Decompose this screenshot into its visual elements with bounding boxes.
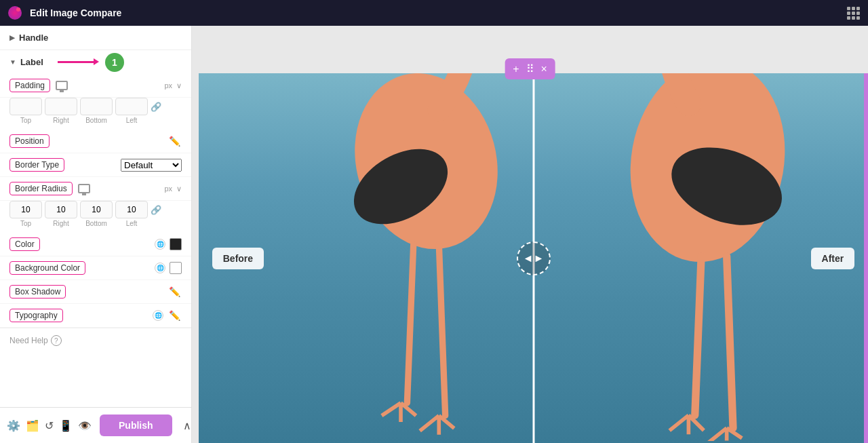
handle-section[interactable]: ▶ Handle [0, 26, 191, 50]
bottom-label: Bottom [80, 117, 113, 124]
padding-input-row: 🔗 [9, 98, 182, 115]
br-input-row: 🔗 [9, 201, 182, 218]
preview-icon[interactable]: 👁️ [78, 415, 92, 436]
publish-button[interactable]: Publish [100, 415, 172, 436]
color-swatch[interactable] [170, 238, 182, 250]
responsive-icon[interactable] [56, 81, 68, 90]
floating-toolbar: + ⠿ × [505, 58, 555, 79]
svg-line-10 [694, 256, 701, 415]
need-help-text: Need Help [9, 336, 48, 345]
padding-left-input[interactable] [115, 98, 148, 115]
sidebar-content: ▶ Handle ▼ Label 1 Padding [0, 26, 191, 407]
br-unit-chevron[interactable]: ∨ [176, 185, 182, 193]
padding-right-input[interactable] [45, 98, 77, 115]
compare-handle[interactable]: ◄► [517, 242, 551, 275]
padding-labels: Top Right Bottom Left [9, 117, 182, 124]
bg-color-controls: 🌐 [155, 262, 182, 274]
typography-row: Typography 🌐 ✏️ [0, 304, 191, 328]
label-header[interactable]: ▼ Label 1 [0, 50, 191, 74]
image-compare[interactable]: ◄► Before After [199, 73, 868, 443]
typography-label[interactable]: Typography [9, 309, 63, 322]
history-icon[interactable]: ↺ [45, 415, 54, 436]
arrow-line [58, 61, 95, 63]
flamingo-left [299, 73, 553, 443]
color-controls: 🌐 [155, 238, 182, 250]
right-label: Right [45, 117, 77, 124]
main-layout: ▶ Handle ▼ Label 1 Padding [0, 26, 868, 443]
box-shadow-edit: ✏️ [167, 285, 182, 298]
border-radius-row: Border Radius px ∨ [0, 177, 191, 201]
box-shadow-row: Box Shadow ✏️ [0, 280, 191, 304]
border-radius-label[interactable]: Border Radius [9, 182, 73, 195]
position-label[interactable]: Position [9, 134, 50, 148]
box-shadow-label[interactable]: Box Shadow [9, 285, 66, 298]
br-link-icon[interactable]: 🔗 [151, 205, 161, 215]
svg-line-11 [726, 256, 732, 428]
padding-top-input[interactable] [9, 98, 42, 115]
typography-global-icon[interactable]: 🌐 [153, 310, 163, 321]
padding-row: Padding px ∨ [0, 74, 191, 98]
padding-bottom-input[interactable] [80, 98, 113, 115]
grid-menu-icon[interactable] [847, 7, 860, 20]
border-type-select-wrapper: Default Solid Dashed Dotted Double None [121, 159, 182, 172]
step-badge: 1 [105, 53, 124, 72]
padding-unit: px [164, 81, 172, 90]
color-global-icon[interactable]: 🌐 [155, 239, 165, 250]
handle-label: Handle [19, 33, 48, 43]
page-title: Edit Image Compare [30, 7, 839, 18]
sidebar: ▶ Handle ▼ Label 1 Padding [0, 26, 192, 443]
ft-close-button[interactable]: × [538, 62, 550, 77]
br-bottom-label: Bottom [80, 220, 113, 227]
image-compare-wrapper: ◄► Before After [199, 73, 868, 443]
help-icon[interactable]: ? [51, 335, 62, 346]
handle-arrows-icon: ◄► [523, 252, 545, 265]
padding-inputs: 🔗 Top Right Bottom Left [0, 98, 191, 130]
arrow-indicator [58, 61, 95, 63]
padding-unit-chevron[interactable]: ∨ [176, 81, 182, 90]
label-arrow-icon: ▼ [9, 58, 16, 66]
responsive-icon-btn[interactable]: 📱 [59, 415, 73, 436]
link-icon[interactable]: 🔗 [151, 102, 161, 112]
br-left-input[interactable] [115, 201, 148, 218]
bg-color-label[interactable]: Background Color [9, 261, 85, 275]
br-top-input[interactable] [9, 201, 42, 218]
label-header-text: Label [20, 57, 43, 67]
bg-color-swatch[interactable] [170, 262, 182, 274]
color-label[interactable]: Color [9, 237, 40, 251]
bg-color-global-icon[interactable]: 🌐 [155, 263, 165, 273]
handle-arrow-icon: ▶ [9, 34, 15, 41]
left-label: Left [115, 117, 148, 124]
position-edit-button[interactable]: ✏️ [167, 134, 182, 148]
ft-add-button[interactable]: + [510, 62, 521, 77]
br-inputs: 🔗 Top Right Bottom Left [0, 201, 191, 233]
border-type-label[interactable]: Border Type [9, 158, 64, 172]
br-right-input[interactable] [45, 201, 77, 218]
app-logo [8, 6, 22, 20]
br-responsive-icon[interactable] [78, 184, 90, 193]
color-row: Color 🌐 [0, 233, 191, 256]
padding-label[interactable]: Padding [9, 79, 50, 92]
box-shadow-edit-button[interactable]: ✏️ [167, 285, 182, 298]
position-row: Position ✏️ [0, 130, 191, 153]
border-type-select[interactable]: Default Solid Dashed Dotted Double None [121, 159, 182, 172]
br-bottom-input[interactable] [80, 201, 113, 218]
br-unit: px [164, 185, 172, 193]
right-edge-indicator [864, 73, 868, 443]
br-top-label: Top [9, 220, 42, 227]
padding-unit-row: px ∨ [164, 81, 182, 90]
top-label: Top [9, 117, 42, 124]
ft-move-button[interactable]: ⠿ [524, 61, 537, 77]
after-label: After [811, 248, 855, 269]
before-label: Before [212, 248, 264, 269]
typography-edit-button[interactable]: ✏️ [167, 309, 182, 322]
svg-line-5 [439, 244, 445, 415]
chevron-up-button[interactable]: ∧ [178, 417, 192, 435]
settings-icon[interactable]: ⚙️ [7, 415, 20, 436]
flamingo-right [580, 73, 835, 443]
bg-color-row: Background Color 🌐 [0, 256, 191, 280]
need-help-row: Need Help ? [0, 328, 191, 353]
position-edit: ✏️ [167, 134, 182, 148]
typography-controls: 🌐 ✏️ [153, 309, 182, 322]
layers-icon[interactable]: 🗂️ [26, 415, 39, 436]
border-type-row: Border Type Default Solid Dashed Dotted … [0, 153, 191, 177]
